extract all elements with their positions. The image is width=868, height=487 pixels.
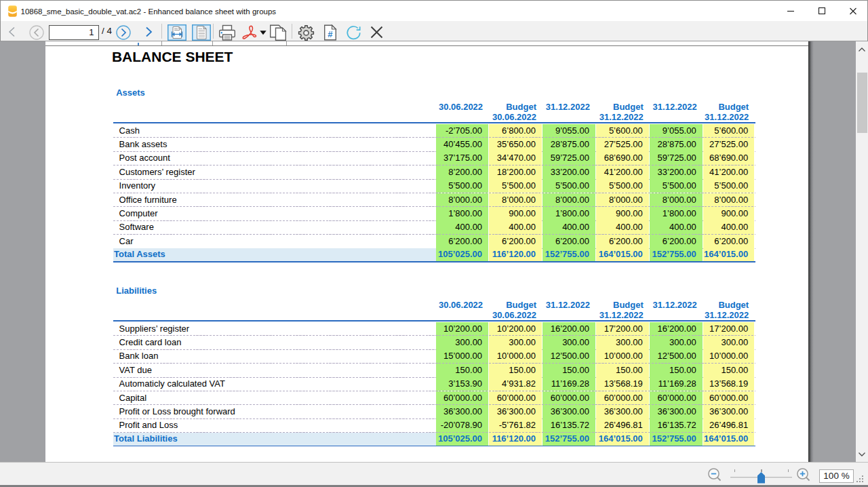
svg-text:#: # [328,29,333,39]
